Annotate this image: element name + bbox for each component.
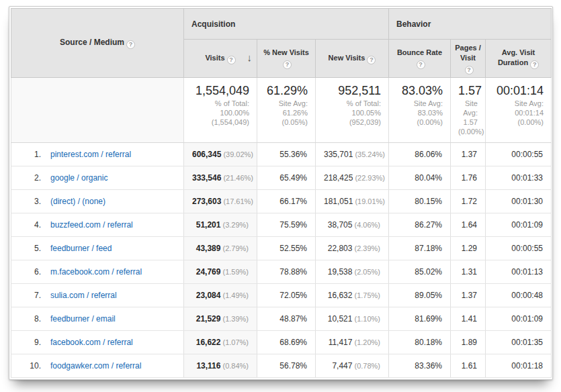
- visits-share: (1.07%): [222, 338, 249, 346]
- visits-cell: 273,603(17.61%): [184, 190, 257, 213]
- column-header-avg-visit-duration[interactable]: Avg. Visit Duration?: [486, 40, 552, 78]
- pages-per-visit-cell: 1.72: [451, 190, 486, 213]
- new-visits-value: 218,425: [324, 173, 353, 183]
- pages-per-visit-cell: 1.37: [451, 284, 486, 307]
- column-header-source-medium[interactable]: Source / Medium?: [11, 9, 184, 78]
- behavior-label: Behavior: [396, 19, 431, 29]
- group-header-acquisition: Acquisition: [184, 9, 389, 40]
- column-header-new-visits[interactable]: New Visits?: [316, 40, 389, 78]
- visits-value: 43,389: [196, 244, 221, 253]
- source-medium-link[interactable]: google / organic: [50, 173, 107, 183]
- new-visits-value: 16,632: [328, 291, 353, 300]
- table-row: 7.sulia.com / referral 23,084(1.49%) 72.…: [11, 284, 552, 307]
- new-visits-value: 11,417: [329, 338, 353, 347]
- pages-per-visit-cell: 1.76: [451, 166, 486, 190]
- help-icon[interactable]: ?: [530, 60, 539, 69]
- visits-cell: 24,769(1.59%): [184, 260, 257, 284]
- visits-value: 21,529: [196, 314, 221, 324]
- table-row: 1.pinterest.com / referral 606,345(39.02…: [11, 143, 552, 166]
- visits-value: 16,622: [196, 338, 221, 347]
- visits-share: (1.49%): [222, 291, 249, 299]
- source-cell: 4.buzzfeed.com / referral: [11, 213, 184, 237]
- summary-avg-visit-duration-subtext: Site Avg: 00:01:14 (0.00%): [493, 99, 544, 127]
- pct-new-visits-cell: 65.49%: [257, 166, 316, 190]
- row-rank: 10.: [18, 361, 41, 371]
- help-icon[interactable]: ?: [126, 40, 135, 49]
- pct-new-visits-cell: 72.05%: [257, 284, 316, 307]
- row-rank: 3.: [18, 197, 41, 206]
- visits-cell: 51,201(3.29%): [184, 213, 257, 237]
- source-cell: 6.m.facebook.com / referral: [11, 260, 184, 284]
- table-row: 8.feedburner / email 21,529(1.39%) 48.87…: [11, 307, 552, 331]
- pct-new-visits-cell: 68.69%: [257, 331, 316, 354]
- pct-new-visits-cell: 75.59%: [257, 213, 316, 237]
- avg-visit-duration-cell: 00:01:30: [486, 190, 552, 213]
- row-rank: 2.: [18, 173, 41, 183]
- bounce-rate-label: Bounce Rate: [397, 48, 442, 56]
- summary-pct-new-visits-subtext: Site Avg: 61.26% (0.05%): [265, 99, 308, 127]
- summary-blank-cell: [11, 78, 184, 143]
- source-medium-link[interactable]: pinterest.com / referral: [50, 150, 131, 159]
- summary-new-visits-cell: 952,511 % of Total: 100.05% (952,039): [316, 78, 389, 143]
- visits-cell: 16,622(1.07%): [184, 331, 257, 354]
- visits-value: 24,769: [196, 267, 221, 277]
- bounce-rate-cell: 86.27%: [389, 213, 451, 237]
- help-icon[interactable]: ?: [465, 66, 474, 75]
- pages-per-visit-cell: 1.64: [451, 213, 486, 237]
- visits-cell: 23,084(1.49%): [184, 284, 257, 307]
- column-header-pct-new-visits[interactable]: % New Visits?: [257, 40, 316, 78]
- source-medium-link[interactable]: (direct) / (none): [50, 197, 105, 206]
- bounce-rate-cell: 80.04%: [389, 166, 451, 190]
- new-visits-value: 22,803: [328, 244, 353, 253]
- table-row: 10.foodgawker.com / referral 13,116(0.84…: [11, 354, 552, 378]
- avg-visit-duration-cell: 00:01:09: [486, 307, 552, 331]
- acquisition-label: Acquisition: [191, 19, 235, 29]
- bounce-rate-cell: 87.18%: [389, 237, 451, 260]
- visits-cell: 333,546(21.46%): [184, 166, 257, 190]
- bounce-rate-cell: 89.05%: [389, 284, 451, 307]
- summary-pct-new-visits-cell: 61.29% Site Avg: 61.26% (0.05%): [257, 78, 316, 143]
- row-rank: 7.: [18, 291, 41, 300]
- pages-per-visit-cell: 1.61: [451, 354, 486, 378]
- visits-share: (2.79%): [222, 244, 249, 252]
- source-medium-link[interactable]: facebook.com / referral: [50, 338, 133, 347]
- help-icon[interactable]: ?: [417, 60, 425, 69]
- new-visits-cell: 22,803(2.39%): [316, 237, 389, 260]
- avg-visit-duration-cell: 00:00:55: [486, 237, 552, 260]
- new-visits-share: (4.06%): [354, 221, 380, 229]
- table-row: 2.google / organic 333,546(21.46%) 65.49…: [11, 166, 552, 190]
- summary-avg-visit-duration-cell: 00:01:14 Site Avg: 00:01:14 (0.00%): [486, 78, 552, 143]
- pct-new-visits-cell: 66.17%: [257, 190, 316, 213]
- table-row: 3.(direct) / (none) 273,603(17.61%) 66.1…: [11, 190, 552, 213]
- summary-visits-cell: 1,554,049 % of Total: 100.00% (1,554,049…: [184, 78, 257, 143]
- visits-value: 23,084: [196, 291, 221, 300]
- help-icon[interactable]: ?: [227, 56, 236, 64]
- avg-visit-duration-cell: 00:01:09: [486, 213, 552, 237]
- column-header-bounce-rate[interactable]: Bounce Rate?: [389, 40, 451, 78]
- visits-value: 13,116: [196, 361, 220, 371]
- source-medium-link[interactable]: m.facebook.com / referral: [50, 267, 142, 277]
- source-medium-link[interactable]: feedburner / email: [50, 314, 116, 324]
- source-medium-link[interactable]: foodgawker.com / referral: [50, 361, 141, 371]
- source-medium-link[interactable]: sulia.com / referral: [50, 291, 117, 300]
- pages-per-visit-cell: 1.31: [451, 260, 486, 284]
- source-cell: 8.feedburner / email: [11, 307, 184, 331]
- help-icon[interactable]: ?: [367, 56, 376, 64]
- pct-new-visits-cell: 78.88%: [257, 260, 316, 284]
- row-rank: 9.: [18, 338, 41, 347]
- new-visits-cell: 181,051(19.01%): [316, 190, 389, 213]
- visits-share: (1.59%): [222, 268, 249, 276]
- bounce-rate-cell: 81.69%: [389, 307, 451, 331]
- pages-per-visit-label: Pages / Visit: [455, 44, 481, 62]
- column-header-visits[interactable]: Visits? ↓: [184, 40, 257, 78]
- help-icon[interactable]: ?: [283, 60, 292, 69]
- source-medium-link[interactable]: feedburner / feed: [50, 244, 112, 253]
- avg-visit-duration-cell: 00:01:33: [486, 166, 552, 190]
- visits-share: (21.46%): [223, 174, 253, 182]
- new-visits-value: 10,521: [328, 314, 353, 324]
- source-medium-link[interactable]: buzzfeed.com / referral: [50, 220, 133, 230]
- source-medium-table: Source / Medium? Acquisition Behavior Vi…: [11, 8, 552, 378]
- new-visits-cell: 19,538(2.05%): [316, 260, 389, 284]
- pct-new-visits-cell: 52.55%: [257, 237, 316, 260]
- column-header-pages-per-visit[interactable]: Pages / Visit?: [451, 40, 486, 78]
